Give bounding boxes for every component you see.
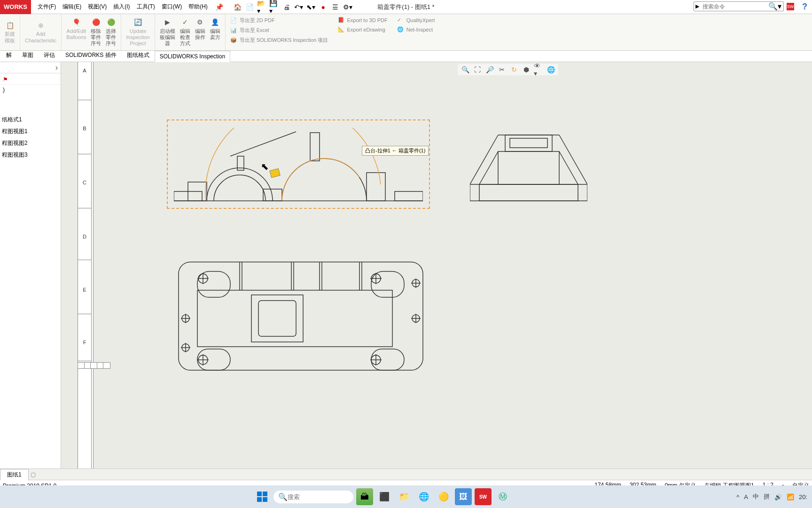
tray-ime-pin[interactable]: 拼 [764, 492, 770, 501]
display-icon[interactable]: ⬢ [522, 65, 531, 74]
export-2dpdf-button[interactable]: 📄导出至 2D PDF [229, 16, 329, 25]
menu-file[interactable]: 文件(F) [35, 1, 59, 13]
zoom-area-icon[interactable]: ⛶ [473, 65, 482, 74]
pdf3d-icon: 📕 [338, 17, 344, 24]
balloon-icon: 🎈 [71, 18, 81, 27]
drawing-view-side[interactable] [470, 128, 587, 203]
command-search[interactable]: ▶ 🔍▾ [694, 1, 784, 11]
edit-check-icon: ✓ [180, 18, 190, 27]
drawing-view-top[interactable] [174, 257, 428, 375]
taskbar-chrome[interactable]: 🟡 [435, 488, 452, 505]
edit-check-button[interactable]: ✓ 编辑 检查 方式 [178, 17, 192, 48]
menu-edit[interactable]: 编辑(E) [60, 1, 84, 13]
appearance-icon[interactable]: 🌐 [546, 65, 555, 74]
netinspect-button[interactable]: 🌐Net-Inspect [396, 25, 436, 34]
export-swi-button[interactable]: 📦导出至 SOLIDWORKS Inspection 项目 [229, 36, 329, 45]
svg-rect-5 [310, 133, 320, 161]
remove-seq-button[interactable]: 🔴 移除 零件 序号 [89, 17, 103, 48]
tray-clock[interactable]: 20: [799, 493, 807, 500]
system-tray[interactable]: ^ A 中 拼 🔊 📶 20: [736, 492, 807, 501]
menu-help[interactable]: 帮助(H) [186, 1, 211, 13]
taskbar-app2[interactable]: Ⓜ [494, 488, 511, 505]
taskbar-edge[interactable]: 🌐 [415, 488, 432, 505]
launch-editor-button[interactable]: ▶ 启动模 板编辑 器 [158, 17, 177, 48]
new-template-button[interactable]: 📋 新建 模板 [3, 20, 17, 44]
export-excel-button[interactable]: 📊导出至 Excel [229, 26, 329, 35]
zoom-fit-icon[interactable]: 🔍 [461, 65, 470, 74]
search-icon[interactable]: 🔍▾ [766, 2, 783, 11]
panel-expand-icon[interactable]: › [55, 64, 58, 72]
svg-line-14 [479, 151, 498, 184]
addedit-balloons-button[interactable]: 🎈 Add/Edit Balloons [64, 17, 88, 48]
app-logo: WORKS [0, 0, 31, 14]
tab-evaluate[interactable]: 评估 [39, 49, 60, 62]
remove-seq-icon: 🔴 [91, 18, 101, 27]
tab-inspection[interactable]: SOLIDWORKS Inspection [155, 51, 230, 62]
svg-line-15 [559, 151, 578, 184]
update-project-button[interactable]: 🔄 Update Inspection Project [124, 17, 151, 48]
flag-icon[interactable]: ⚑ [3, 76, 8, 83]
tray-network-icon[interactable]: 📶 [787, 493, 794, 500]
add-characteristic-button[interactable]: ⊕ Add Characteristic [23, 20, 58, 44]
taskbar-solidworks[interactable]: SW [475, 488, 492, 505]
export-edrawing-button[interactable]: 📐Export eDrawing [337, 25, 389, 34]
tray-ime-a[interactable]: A [744, 493, 748, 500]
search-input[interactable] [701, 2, 766, 11]
tab-annotate[interactable]: 解 [1, 49, 17, 62]
taskbar-widget[interactable]: 🏔 [356, 488, 373, 505]
taskbar-search[interactable]: 🔍 [273, 491, 353, 503]
edit-seller-button[interactable]: 👤 编辑 卖方 [208, 17, 222, 48]
add-sheet-button[interactable]: ▢ [29, 471, 38, 478]
taskbar-explorer[interactable]: 📁 [396, 488, 413, 505]
menu-view[interactable]: 视图(V) [85, 1, 109, 13]
tree-view1[interactable]: 程图视图1 [0, 126, 61, 137]
qualityxpert-button[interactable]: ✓QualityXpert [396, 16, 436, 24]
drawing-canvas[interactable]: A B C D E F 🔍 ⛶ 🔎 ✂ ↻ ⬢ 👁▾ 🌐 [61, 62, 812, 468]
tree-sheetformat[interactable]: 纸格式1 [0, 114, 61, 126]
drawing-view-front[interactable] [174, 128, 423, 206]
select-icon[interactable]: ⬉▾ [306, 2, 316, 12]
zone-label-e: E [78, 287, 92, 293]
menu-tools[interactable]: 工具(T) [134, 1, 158, 13]
menu-window[interactable]: 窗口(W) [159, 1, 185, 13]
svg-rect-61 [257, 497, 262, 502]
rotate-icon[interactable]: ↻ [509, 65, 519, 74]
zoom-prev-icon[interactable]: 🔎 [485, 65, 494, 74]
export-3dpdf-button[interactable]: 📕Export to 3D PDF [337, 16, 389, 24]
taskbar-taskview[interactable]: ⬛ [376, 488, 393, 505]
rebuild-icon[interactable]: ● [318, 2, 328, 12]
svg-rect-9 [470, 184, 587, 201]
open-icon[interactable]: 📂▾ [257, 2, 267, 12]
undo-icon[interactable]: ↶▾ [294, 2, 304, 12]
print-icon[interactable]: 🖨 [281, 2, 292, 12]
svg-rect-1 [395, 191, 423, 201]
tab-sketch[interactable]: 草图 [17, 49, 39, 62]
tray-chevron-icon[interactable]: ^ [736, 493, 739, 500]
tray-ime-zh[interactable]: 中 [753, 492, 759, 501]
tree-root[interactable]: ) [0, 85, 61, 95]
help-icon[interactable]: ? [802, 2, 807, 12]
sheet-tab-1[interactable]: 图纸1 [0, 469, 29, 480]
tree-view3[interactable]: 程图视图3 [0, 149, 61, 161]
taskbar-app1[interactable]: 🖼 [455, 488, 472, 505]
zone-label-b: B [78, 126, 92, 131]
new-doc-icon[interactable]: 📄 [245, 2, 255, 12]
tree-view2[interactable]: 程图视图2 [0, 137, 61, 149]
tab-addins[interactable]: SOLIDWORKS 插件 [60, 49, 122, 62]
edit-op-button[interactable]: ⚙ 编辑 操作 [193, 17, 207, 48]
svg-line-17 [559, 135, 587, 184]
hide-show-icon[interactable]: 👁▾ [534, 65, 543, 74]
svg-rect-3 [367, 173, 385, 201]
start-button[interactable] [254, 488, 271, 505]
tray-volume-icon[interactable]: 🔊 [774, 493, 782, 500]
save-icon[interactable]: 💾▾ [269, 2, 280, 12]
section-icon[interactable]: ✂ [497, 65, 507, 74]
taskbar-search-input[interactable] [288, 493, 344, 500]
select-seq-button[interactable]: 🟢 选择 零件 序号 [104, 17, 118, 48]
pin-icon[interactable]: 📌 [215, 3, 223, 11]
home-icon[interactable]: 🏠 [233, 2, 243, 12]
tab-sheetformat[interactable]: 图纸格式 [122, 49, 155, 62]
settings-icon[interactable]: ⚙▾ [343, 2, 353, 12]
menu-insert[interactable]: 插入(I) [110, 1, 133, 13]
options-icon[interactable]: ☰ [330, 2, 341, 12]
